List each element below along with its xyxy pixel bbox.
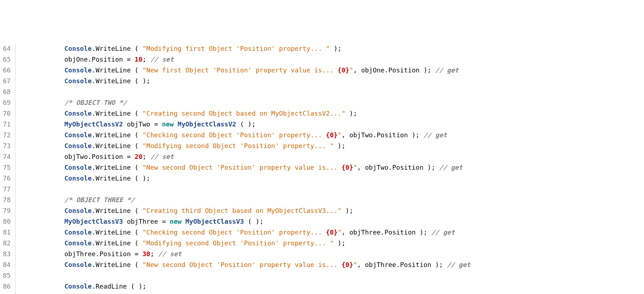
token-punc: [182, 218, 185, 225]
token-punc: [123, 120, 127, 128]
indent: [18, 55, 64, 63]
code-line[interactable]: [18, 86, 470, 97]
token-method: WriteLine: [95, 164, 131, 171]
code-line[interactable]: [18, 184, 470, 195]
token-num: 30: [143, 250, 151, 258]
token-punc: );: [345, 110, 357, 117]
token-ident: objTwo: [64, 153, 88, 160]
line-number: 79: [3, 205, 11, 216]
code-line[interactable]: MyObjectClassV3 objThree = new MyObjectC…: [18, 216, 470, 227]
line-number: 74: [3, 151, 11, 162]
code-line[interactable]: objThree.Position = 30; // set: [18, 249, 470, 259]
token-fmt: {0}: [341, 261, 353, 268]
token-type: MyObjectClassV2: [64, 120, 123, 128]
token-punc: (: [131, 142, 143, 150]
line-number: 80: [3, 216, 11, 227]
code-line[interactable]: Console.WriteLine ( "Checking second Obj…: [18, 227, 470, 238]
token-method: WriteLine: [95, 77, 131, 85]
token-ident: objThree: [64, 250, 96, 258]
indent: [18, 207, 64, 214]
indent: [18, 196, 64, 204]
token-punc: ;: [150, 250, 158, 258]
token-comment: // set: [150, 55, 174, 63]
indent: [18, 66, 64, 74]
token-type: Console: [64, 77, 92, 85]
token-num: 10: [135, 55, 143, 63]
code-line[interactable]: Console.WriteLine ( "New second Object '…: [18, 259, 470, 270]
token-dot: .: [92, 131, 96, 139]
token-fmt: {0}: [341, 164, 353, 171]
code-line[interactable]: objTwo.Position = 20; // set: [18, 151, 470, 162]
code-editor[interactable]: 6465666768697071727374757677787980818283…: [0, 43, 644, 294]
code-line[interactable]: /* OBJECT THREE */: [18, 195, 470, 205]
token-punc: (: [131, 261, 143, 268]
token-fmt: {0}: [326, 228, 338, 236]
token-dot: .: [92, 110, 96, 117]
code-line[interactable]: Console.WriteLine ( );: [18, 76, 470, 86]
code-line[interactable]: objOne.Position = 10; // set: [18, 54, 470, 65]
token-str: "Checking second Object 'Position' prope…: [143, 131, 326, 139]
code-line[interactable]: Console.WriteLine ( "Creating second Obj…: [18, 108, 470, 119]
token-punc: ( );: [131, 77, 150, 85]
code-line[interactable]: Console.WriteLine ( "Checking second Obj…: [18, 130, 470, 141]
token-punc: ;: [143, 153, 151, 160]
token-punc: );: [334, 239, 346, 247]
token-str: "New second Object 'Position' property v…: [143, 164, 342, 171]
line-number: 69: [3, 97, 11, 108]
token-comment: // set: [158, 250, 182, 258]
code-line[interactable]: Console.WriteLine ( "Creating third Obje…: [18, 205, 470, 216]
token-kw: new: [162, 120, 174, 128]
token-str: ": [349, 66, 353, 74]
code-line[interactable]: Console.WriteLine ( );: [18, 173, 470, 184]
token-kw: new: [170, 218, 182, 225]
token-comment: // get: [447, 261, 470, 268]
code-line[interactable]: }: [18, 292, 470, 294]
token-punc: =: [150, 120, 162, 128]
line-number: 73: [3, 141, 11, 151]
token-method: WriteLine: [95, 261, 131, 268]
code-line[interactable]: Console.WriteLine ( "Modifying second Ob…: [18, 238, 470, 249]
token-str: ": [337, 131, 341, 139]
token-dot: .: [92, 45, 96, 52]
token-comment: // set: [150, 153, 174, 160]
code-line[interactable]: Console.WriteLine ( "New second Object '…: [18, 162, 470, 173]
token-type: Console: [64, 131, 92, 139]
token-punc: ;: [143, 55, 151, 63]
indent: [18, 261, 64, 268]
token-fmt: {0}: [337, 66, 349, 74]
line-number: 70: [3, 108, 11, 119]
token-punc: (: [131, 228, 143, 236]
token-punc: (: [131, 239, 143, 247]
indent: [18, 239, 64, 247]
code-content[interactable]: Console.WriteLine ( "Modifying first Obj…: [15, 43, 470, 294]
token-str: "New second Object 'Position' property v…: [143, 261, 342, 268]
token-punc: , objTwo.Position );: [357, 164, 439, 171]
token-dot: .: [88, 153, 92, 160]
line-number: 68: [3, 86, 11, 97]
line-number: 75: [3, 162, 11, 173]
code-line[interactable]: MyObjectClassV2 objTwo = new MyObjectCla…: [18, 119, 470, 130]
line-number: 86: [3, 281, 11, 292]
token-punc: );: [334, 142, 346, 150]
code-line[interactable]: Console.WriteLine ( "New first Object 'P…: [18, 65, 470, 76]
token-method: WriteLine: [95, 239, 131, 247]
token-type: Console: [64, 45, 92, 52]
token-dot: .: [88, 55, 92, 63]
token-method: WriteLine: [95, 45, 131, 52]
token-punc: (: [131, 207, 143, 214]
token-str: "Checking second Object 'Position' prope…: [143, 228, 326, 236]
indent: [18, 153, 64, 160]
code-line[interactable]: Console.WriteLine ( "Modifying second Ob…: [18, 141, 470, 151]
token-type: Console: [64, 142, 92, 150]
code-line[interactable]: /* OBJECT TWO */: [18, 97, 470, 108]
line-number: 72: [3, 130, 11, 141]
token-type: Console: [64, 66, 92, 74]
indent: [18, 120, 64, 128]
token-str: "Creating third Object based on MyObject…: [143, 207, 342, 214]
indent: [18, 77, 64, 85]
token-type: Console: [64, 239, 92, 247]
code-line[interactable]: [18, 270, 470, 281]
code-line[interactable]: Console.ReadLine ( );: [18, 281, 470, 292]
token-type: Console: [64, 282, 92, 290]
code-line[interactable]: Console.WriteLine ( "Modifying first Obj…: [18, 43, 470, 54]
